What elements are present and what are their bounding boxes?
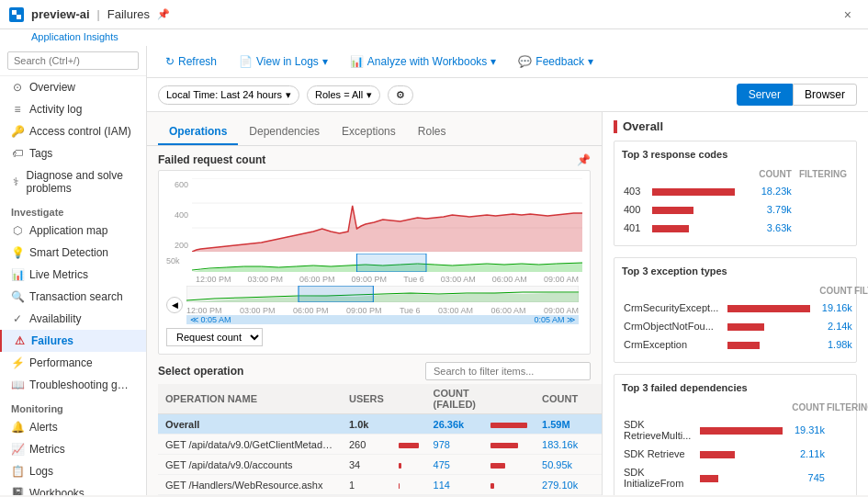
table-row[interactable]: Overall 1.0k 26.36k 1.59M 📌 <box>158 414 602 435</box>
table-row[interactable]: GET /api/data/v9.0/accounts 34 475 50.95… <box>158 455 602 475</box>
et-count: 19.16k <box>819 299 852 316</box>
sidebar-item-label: Alerts <box>29 421 58 434</box>
search-input[interactable] <box>7 51 139 70</box>
browser-toggle-button[interactable]: Browser <box>793 84 857 106</box>
title-bar: preview-ai | Failures 📌 × <box>0 0 868 29</box>
sidebar-item-tags[interactable]: 🏷 Tags <box>0 142 146 164</box>
op-failed-bar-cell <box>483 475 535 495</box>
sidebar-item-overview[interactable]: ⊙ Overview <box>0 76 146 98</box>
sidebar-item-workbooks[interactable]: 📓 Workbooks <box>0 482 146 495</box>
operation-search-input[interactable] <box>425 362 591 380</box>
table-row[interactable]: GET /api/data/v9.0/GetClientMetadata(*) … <box>158 435 602 455</box>
op-count-failed-cell: 91 <box>426 495 483 496</box>
sidebar-item-transaction-search[interactable]: 🔍 Transaction search <box>0 286 146 308</box>
failed-deps-section: Top 3 failed dependencies COUNT FILTERIN… <box>614 374 857 495</box>
op-users-cell: 34 <box>342 455 391 475</box>
response-code-row[interactable]: 400 3.79k <box>624 201 847 218</box>
sidebar-item-iam[interactable]: 🔑 Access control (IAM) <box>0 120 146 142</box>
range-start: ≪ 0:05 AM <box>190 315 231 324</box>
fd-name: SDK InitializeFrom <box>624 464 691 491</box>
col-count-failed[interactable]: COUNT (FAILED) <box>426 384 483 414</box>
failed-dep-row[interactable]: SDK InitializeFrom 745 <box>624 464 868 491</box>
exception-types-header: COUNT FILTERING <box>624 284 868 298</box>
feedback-button[interactable]: 💬 Feedback ▾ <box>511 51 601 72</box>
col-operation-name[interactable]: OPERATION NAME <box>158 384 342 414</box>
op-failed-bar-cell <box>483 495 535 496</box>
op-count-failed-cell: 475 <box>426 455 483 475</box>
op-count-failed-cell: 978 <box>426 435 483 455</box>
col-users[interactable]: USERS <box>342 384 391 414</box>
table-row[interactable]: GET /Handlers/WebResource.ashx 1 114 279… <box>158 475 602 495</box>
op-count-failed-cell: 114 <box>426 475 483 495</box>
exception-type-row[interactable]: CrmSecurityExcept... 19.16k <box>624 299 868 316</box>
op-count-failed-cell: 26.36k <box>426 414 483 435</box>
pin-chart-icon[interactable]: 📌 <box>577 153 591 166</box>
range-labels: ≪ 0:05 AM 0:05 AM ≫ <box>186 315 579 324</box>
sidebar-nav: ⊙ Overview ≡ Activity log 🔑 Access contr… <box>0 76 146 495</box>
app-container: ⊙ Overview ≡ Activity log 🔑 Access contr… <box>0 46 868 495</box>
roles-chevron-icon: ▾ <box>366 89 372 101</box>
tab-dependencies[interactable]: Dependencies <box>238 119 331 145</box>
refresh-button[interactable]: ↻ Refresh <box>158 51 224 72</box>
sidebar-item-app-map[interactable]: ⬡ Application map <box>0 220 146 242</box>
op-name-cell: Overall <box>158 414 342 435</box>
sidebar-item-live-metrics[interactable]: 📊 Live Metrics <box>0 264 146 286</box>
sidebar-item-performance[interactable]: ⚡ Performance <box>0 352 146 374</box>
filter-settings-button[interactable]: ⚙ <box>388 85 413 105</box>
zoom-nav-button[interactable]: ◀ <box>166 297 183 313</box>
sidebar-item-failures[interactable]: ⚠ Failures <box>0 330 146 352</box>
sidebar-item-activity-log[interactable]: ≡ Activity log <box>0 98 146 120</box>
sidebar-search-container <box>0 46 146 76</box>
analyze-button[interactable]: 📊 Analyze with Workbooks ▾ <box>343 51 504 72</box>
close-button[interactable]: × <box>837 4 859 26</box>
sidebar-item-smart-detection[interactable]: 💡 Smart Detection <box>0 242 146 264</box>
sidebar-item-logs[interactable]: 📋 Logs <box>0 460 146 482</box>
et-bar <box>720 318 817 334</box>
transaction-search-icon: 🔍 <box>11 290 24 303</box>
sidebar-item-troubleshooting[interactable]: 📖 Troubleshooting guides (previ... <box>0 374 146 396</box>
col-count[interactable]: COUNT <box>535 384 585 414</box>
failed-dep-row[interactable]: SDK RetrieveMulti... 19.31k <box>624 416 868 444</box>
op-count-bar-cell <box>585 495 600 496</box>
sidebar-item-label: Performance <box>29 356 93 369</box>
exception-type-row[interactable]: CrmException 1.98k <box>624 336 868 353</box>
tab-roles[interactable]: Roles <box>407 119 457 145</box>
svg-rect-1 <box>17 15 21 19</box>
response-codes-header: COUNT FILTERING <box>624 167 847 181</box>
table-row[interactable]: POST /XRMServices/2011/Organization.svc/… <box>158 495 602 496</box>
roles-filter[interactable]: Roles = All ▾ <box>307 85 380 105</box>
sidebar-item-label: Overview <box>29 81 75 94</box>
response-code-row[interactable]: 401 3.63k <box>624 220 847 236</box>
tab-operations[interactable]: Operations <box>158 119 238 145</box>
view-in-logs-button[interactable]: 📄 View in Logs ▾ <box>231 51 335 72</box>
zoom-chart-svg <box>186 286 579 302</box>
zoom-row: ◀ 12:00 PM 03:00 PM <box>166 286 582 324</box>
tab-exceptions[interactable]: Exceptions <box>331 119 407 145</box>
live-metrics-icon: 📊 <box>11 268 24 281</box>
exception-type-row[interactable]: CrmObjectNotFou... 2.14k <box>624 318 868 334</box>
failed-dep-row[interactable]: SDK Retrieve 2.11k <box>624 446 868 462</box>
analyze-icon: 📊 <box>350 55 364 68</box>
op-name-cell: POST /XRMServices/2011/Organization.svc/… <box>158 495 342 496</box>
col-users-pct <box>391 384 426 414</box>
svg-rect-8 <box>299 286 373 302</box>
app-icon <box>9 7 24 22</box>
et-type: CrmException <box>624 336 718 353</box>
fd-filtering-header: FILTERING <box>827 401 868 414</box>
chart-svg <box>192 178 582 252</box>
response-code-row[interactable]: 403 18.23k <box>624 183 847 199</box>
op-failed-bar-cell <box>483 435 535 455</box>
pin-icon[interactable]: 📌 <box>157 8 170 20</box>
iam-icon: 🔑 <box>11 125 24 138</box>
sidebar-item-metrics[interactable]: 📈 Metrics <box>0 438 146 460</box>
et-bar <box>720 336 817 353</box>
time-range-filter[interactable]: Local Time: Last 24 hours ▾ <box>158 85 299 105</box>
sidebar-item-alerts[interactable]: 🔔 Alerts <box>0 416 146 438</box>
y2-label: 50k <box>166 254 188 284</box>
chart-dropdown[interactable]: Request count <box>166 328 263 346</box>
et-type: CrmObjectNotFou... <box>624 318 718 334</box>
op-count-cell: 1.59M <box>535 414 585 435</box>
sidebar-item-availability[interactable]: ✓ Availability <box>0 308 146 330</box>
sidebar-item-diagnose[interactable]: ⚕ Diagnose and solve problems <box>0 164 146 199</box>
server-toggle-button[interactable]: Server <box>737 84 793 106</box>
